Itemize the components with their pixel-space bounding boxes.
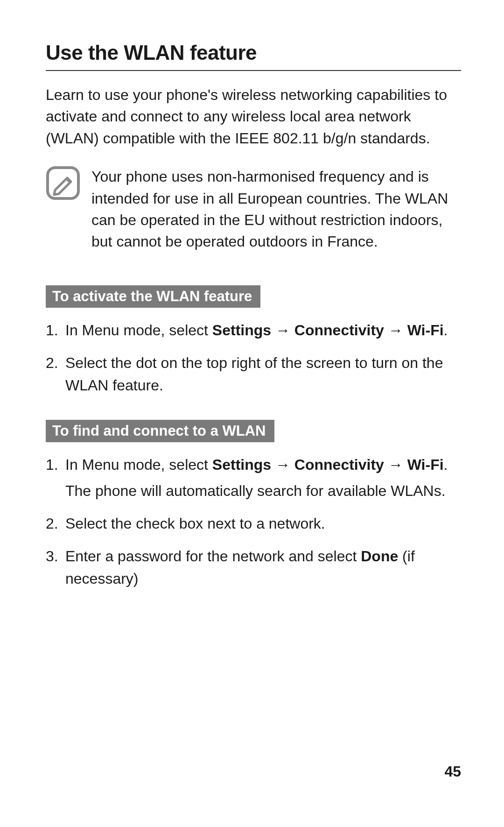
page-number: 45	[444, 763, 461, 780]
bold-text: Connectivity	[294, 322, 384, 339]
subheader-connect: To find and connect to a WLAN	[46, 420, 274, 442]
step-text: In Menu mode, select	[65, 322, 212, 339]
page-title: Use the WLAN feature	[46, 41, 461, 71]
arrow-icon: →	[271, 322, 294, 339]
arrow-icon: →	[384, 456, 407, 473]
bold-text: Settings	[212, 322, 271, 339]
list-item: In Menu mode, select Settings → Connecti…	[46, 453, 461, 502]
bold-text: Wi-Fi	[407, 456, 444, 473]
note-text: Your phone uses non-harmonised frequency…	[91, 166, 461, 253]
bold-text: Wi-Fi	[407, 322, 444, 339]
bold-text: Done	[361, 548, 398, 565]
arrow-icon: →	[384, 322, 407, 339]
bold-text: Connectivity	[294, 456, 384, 473]
step-text: .	[444, 456, 448, 473]
bold-text: Settings	[212, 456, 271, 473]
intro-paragraph: Learn to use your phone's wireless netwo…	[46, 84, 461, 149]
steps-connect: In Menu mode, select Settings → Connecti…	[46, 453, 461, 590]
arrow-icon: →	[271, 456, 294, 473]
steps-activate: In Menu mode, select Settings → Connecti…	[46, 319, 461, 396]
list-item: Enter a password for the network and sel…	[46, 545, 461, 590]
list-item: In Menu mode, select Settings → Connecti…	[46, 319, 461, 341]
note-icon	[46, 166, 80, 200]
list-item: Select the check box next to a network.	[46, 512, 461, 535]
step-text: In Menu mode, select	[65, 456, 212, 473]
step-text: .	[444, 322, 448, 339]
note-block: Your phone uses non-harmonised frequency…	[46, 166, 461, 253]
subheader-activate: To activate the WLAN feature	[46, 285, 260, 308]
list-item: Select the dot on the top right of the s…	[46, 352, 461, 396]
step-continuation: The phone will automatically search for …	[65, 480, 461, 502]
step-text: Enter a password for the network and sel…	[65, 548, 361, 565]
